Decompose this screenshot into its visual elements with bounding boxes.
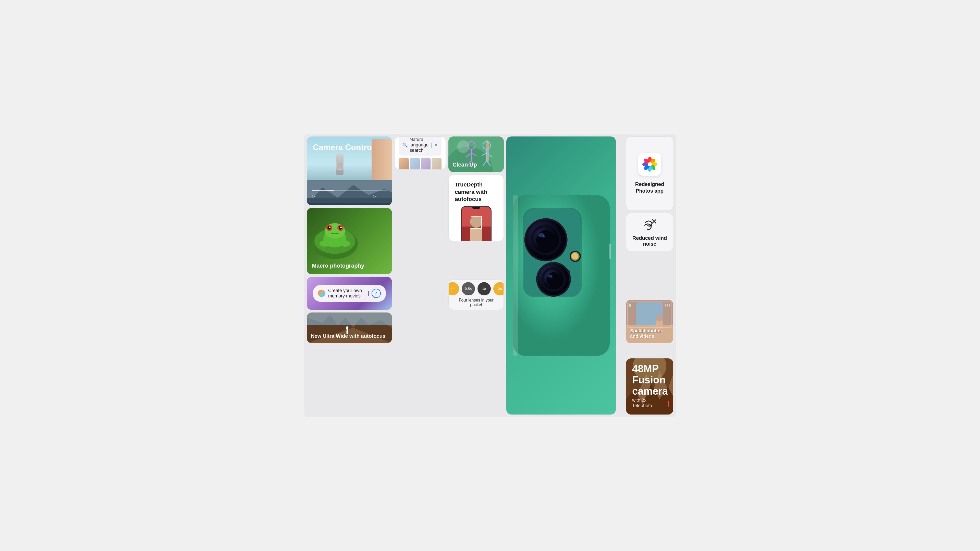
svg-point-40 [468, 141, 475, 149]
reduced-wind-title: Reduced wind noise [632, 235, 668, 247]
fusion-camera-card[interactable]: 48MP Fusion camera with 2x Telephoto [626, 359, 673, 414]
memory-cursor [368, 291, 369, 295]
svg-point-68 [543, 235, 545, 238]
photo-thumb-2 [410, 158, 420, 170]
svg-point-23 [340, 227, 342, 228]
macro-label: Macro photography [312, 262, 364, 269]
macro-lens-btn[interactable]: 🌼 [449, 282, 459, 295]
svg-point-75 [546, 272, 561, 286]
photo-thumb-3 [421, 158, 431, 170]
ultra-wide-card[interactable]: New Ultra Wide with autofocus [307, 313, 392, 343]
zoom-label-right: 1× [373, 194, 377, 198]
zoom-row [312, 190, 387, 191]
svg-rect-1 [372, 139, 392, 185]
svg-point-111 [668, 401, 670, 403]
svg-point-104 [667, 304, 668, 306]
checkmark-button[interactable]: ✓ [372, 289, 381, 298]
truedepth-title: TrueDepth camera with autofocus [455, 181, 497, 203]
camera-control-graphic [336, 139, 392, 185]
truedepth-card[interactable]: TrueDepth camera with autofocus [449, 175, 504, 241]
phone-notch [473, 207, 480, 209]
siri-icon [318, 290, 325, 297]
search-icon: 🔍 [402, 143, 407, 148]
clean-up-card[interactable]: Clean Up [449, 137, 504, 172]
phone-body-graphic [510, 192, 612, 359]
center-right-column [506, 137, 616, 414]
svg-rect-56 [470, 228, 482, 241]
svg-point-77 [551, 276, 552, 278]
wind-icon [643, 218, 657, 233]
photo-thumb-4 [431, 158, 442, 170]
photo-row [399, 158, 442, 170]
svg-point-81 [568, 270, 570, 273]
center-left-column: Clean Up TrueDepth camera with autofocus [395, 137, 504, 414]
reduced-wind-card[interactable]: Reduced wind noise [626, 213, 673, 251]
photo-thumb-1 [399, 158, 409, 170]
svg-line-28 [325, 246, 325, 249]
four-lenses-label: Four lenses in your pocket [453, 298, 500, 307]
clean-up-label: Clean Up [452, 162, 477, 168]
svg-line-49 [487, 153, 492, 157]
main-phone-card [506, 137, 616, 414]
svg-point-55 [470, 216, 482, 228]
2x-lens-btn[interactable]: 2× [493, 282, 504, 295]
svg-point-105 [665, 304, 667, 306]
redesigned-photos-title: Redesigned Photos app [635, 181, 664, 194]
wind-icon-svg [643, 218, 657, 232]
search-bar[interactable]: 🔍 Natural language search ✕ [399, 137, 442, 156]
memory-movies-card[interactable]: Create your own memory movies ✓ [307, 277, 392, 310]
memory-input-area[interactable]: Create your own memory movies ✓ [313, 285, 386, 302]
left-column: Camera Control [307, 137, 392, 414]
svg-line-48 [482, 153, 487, 156]
svg-point-99 [657, 314, 662, 322]
svg-line-43 [471, 153, 476, 156]
spatial-photos-card[interactable]: ← Spatial photos and videos [626, 300, 673, 343]
fusion-text-group: 48MP Fusion camera with 2x Telephoto [632, 363, 667, 408]
search-cursor-blink [431, 143, 432, 148]
four-lenses-card[interactable]: 🌼 0.5× 1× 2× Four lenses in your pocket [449, 279, 504, 310]
lens-buttons-group: 🌼 0.5× 1× 2× [449, 282, 504, 295]
zoom-label-left: 1× [312, 194, 316, 198]
macro-photography-card[interactable]: Macro photography [307, 208, 392, 274]
main-layout: Camera Control [304, 134, 676, 417]
svg-rect-32 [307, 313, 392, 325]
svg-point-80 [572, 253, 578, 259]
phone-mock [461, 206, 492, 241]
right-column: Redesigned Photos app Reduced wind noise [618, 137, 673, 414]
svg-rect-13 [307, 203, 392, 205]
svg-line-51 [487, 161, 490, 166]
phone-screen [462, 207, 491, 241]
zoom-fill [312, 190, 334, 191]
svg-point-34 [346, 326, 348, 329]
svg-point-103 [669, 304, 670, 306]
fusion-camera-subtitle: with 2x Telephoto [632, 398, 667, 408]
redesigned-photos-card[interactable]: Redesigned Photos app [626, 137, 673, 210]
svg-text:←: ← [629, 304, 631, 307]
svg-line-42 [466, 153, 471, 157]
search-clear-icon[interactable]: ✕ [434, 142, 438, 148]
svg-point-66 [536, 230, 555, 249]
search-input-text: Natural language search [410, 137, 430, 153]
svg-point-22 [329, 227, 331, 228]
fusion-camera-title: 48MP Fusion camera [632, 363, 667, 397]
svg-point-46 [483, 141, 490, 149]
memory-text: Create your own memory movies [328, 288, 365, 299]
frog-graphic [309, 210, 360, 262]
ultra-wide-label: New Ultra Wide with autofocus [311, 333, 385, 339]
phone-preview [455, 206, 497, 241]
phone-person [462, 207, 491, 241]
natural-search-card[interactable]: 🔍 Natural language search ✕ [395, 137, 446, 170]
photos-icon-svg [642, 157, 657, 172]
svg-point-25 [340, 241, 350, 247]
svg-rect-59 [513, 195, 518, 356]
svg-line-50 [483, 161, 487, 166]
svg-point-91 [648, 162, 652, 166]
svg-point-24 [320, 241, 330, 247]
photos-app-icon [638, 153, 661, 176]
desert-bg [307, 180, 392, 205]
zoom-track [312, 190, 387, 191]
camera-control-card[interactable]: Camera Control [307, 137, 392, 205]
1x-lens-btn[interactable]: 1× [477, 282, 491, 295]
0-5x-lens-btn[interactable]: 0.5× [462, 282, 475, 295]
spatial-photos-label: Spatial photos and videos [630, 328, 669, 339]
